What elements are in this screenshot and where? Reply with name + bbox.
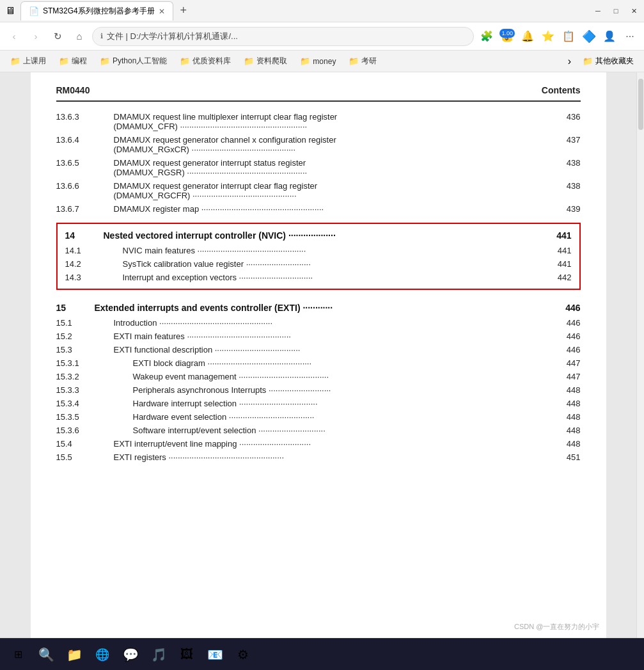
wallet-icon[interactable]: 💰 1.00 [498, 28, 516, 45]
toc-page-1534: 448 [558, 399, 581, 408]
toc-entry-141: 14.1 NVIC main features ················… [65, 246, 572, 255]
toc-num-1531: 15.3.1 [56, 358, 133, 368]
taskbar-files[interactable]: 📁 [61, 642, 87, 667]
bookmark-shangkeyong[interactable]: 📁 上课用 [5, 53, 51, 69]
toc-page-1533: 448 [558, 385, 581, 395]
toc-page-143: 442 [549, 273, 572, 282]
more-options-icon[interactable]: ··· [621, 28, 639, 45]
taskbar-music[interactable]: 🎵 [146, 642, 171, 667]
address-text: 文件 | D:/大学/计算机/计算机通课/... [107, 31, 238, 42]
back-button[interactable]: ‹ [5, 28, 23, 45]
toc-page-153: 446 [558, 345, 581, 355]
bookmark-python[interactable]: 📁 Python人工智能 [95, 53, 172, 69]
bookmark-folder-icon-5: 📁 [244, 56, 254, 66]
other-bookmarks[interactable]: 📁 其他收藏夹 [577, 53, 639, 69]
wallet-badge: 1.00 [499, 29, 515, 38]
toc-text-1534: Hardware interrupt selection ···········… [133, 399, 558, 408]
toc-entry-151: 15.1 Introduction ······················… [56, 318, 581, 328]
bookmark-label: 上课用 [23, 56, 46, 67]
toolbar-icons-group: 🧩 💰 1.00 🔔 ⭐ 📋 🔷 👤 ··· [478, 28, 639, 45]
taskbar-photo[interactable]: 🖼 [174, 642, 200, 667]
toc-text-1535: Hardware event selection ···············… [133, 412, 558, 422]
tab-title: STM32G4系列微控制器参考手册 [43, 6, 155, 17]
collections-icon[interactable]: 📋 [560, 28, 577, 45]
toc-page-1366: 438 [558, 181, 581, 191]
bookmark-youzhiziliao[interactable]: 📁 优质资料库 [175, 53, 236, 69]
toc-entry-1535: 15.3.5 Hardware event selection ········… [56, 412, 581, 422]
contents-title: Contents [542, 85, 581, 95]
notifications-icon[interactable]: 🔔 [519, 28, 537, 45]
toc-entry-142: 14.2 SysTick calibration value register … [65, 259, 572, 269]
tab-close-icon[interactable]: ✕ [159, 7, 165, 16]
toc-page-141: 441 [549, 246, 572, 255]
bookmark-biancheng[interactable]: 📁 编程 [54, 53, 92, 69]
bookmark-folder-icon-3: 📁 [100, 56, 110, 66]
toc-num-1363: 13.6.3 [56, 112, 114, 122]
edge-icon[interactable]: 🔷 [580, 28, 598, 45]
taskbar-chat[interactable]: 💬 [118, 642, 143, 667]
toc-text-1363: DMAMUX request line multiplexer interrup… [114, 112, 558, 131]
refresh-button[interactable]: ↻ [49, 28, 67, 45]
tab-bar: 📄 STM32G4系列微控制器参考手册 ✕ + [20, 1, 588, 20]
toc-entry-154: 15.4 EXTI interrupt/event line mapping ·… [56, 439, 581, 449]
bookmark-label-5: 资料爬取 [256, 56, 287, 67]
toc-num-153: 15.3 [56, 345, 114, 355]
toc-page-1367: 439 [558, 204, 581, 214]
bookmark-label-4: 优质资料库 [192, 56, 231, 67]
highlighted-section-14: 14 Nested vectored interrupt controller … [56, 223, 581, 290]
bookmark-folder-icon: 📁 [10, 56, 20, 66]
bookmark-ziliaopaqun[interactable]: 📁 资料爬取 [239, 53, 292, 69]
bookmarks-bar: 📁 上课用 📁 编程 📁 Python人工智能 📁 优质资料库 📁 资料爬取 📁… [0, 51, 644, 72]
taskbar-start[interactable]: ⊞ [5, 642, 31, 667]
extensions-icon[interactable]: 🧩 [478, 28, 496, 45]
toc-entry-1364: 13.6.4 DMAMUX request generator channel … [56, 135, 581, 154]
scrollbar-thumb[interactable] [638, 79, 643, 130]
bookmark-money[interactable]: 📁 money [295, 54, 341, 68]
forward-button[interactable]: › [27, 28, 45, 45]
toc-main-page-14: 441 [549, 230, 572, 241]
toc-text-1536: Software interrupt/event selection ·····… [133, 426, 558, 435]
maximize-button[interactable]: □ [611, 6, 621, 16]
toc-page-142: 441 [549, 259, 572, 269]
address-input[interactable]: ℹ 文件 | D:/大学/计算机/计算机通课/... [92, 27, 474, 46]
active-tab[interactable]: 📄 STM32G4系列微控制器参考手册 ✕ [20, 1, 173, 20]
profile-icon[interactable]: 👤 [601, 28, 618, 45]
toc-page-154: 448 [558, 439, 581, 449]
taskbar-browser[interactable]: 🌐 [90, 642, 115, 667]
toc-num-155: 15.5 [56, 452, 114, 462]
pdf-viewer: RM0440 Contents 13.6.3 DMAMUX request li… [0, 72, 644, 638]
toc-text-1365: DMAMUX request generator interrupt statu… [114, 158, 558, 177]
toc-main-text-15: Extended interrupts and events controlle… [95, 303, 558, 313]
new-tab-button[interactable]: + [175, 1, 192, 19]
toc-main-num-15: 15 [56, 303, 95, 313]
toc-page-1536: 448 [558, 426, 581, 435]
taskbar-settings[interactable]: ⚙ [230, 642, 256, 667]
bookmark-label-2: 编程 [72, 56, 87, 67]
taskbar-email[interactable]: 📧 [202, 642, 228, 667]
address-bar: ‹ › ↻ ⌂ ℹ 文件 | D:/大学/计算机/计算机通课/... 🧩 💰 1… [0, 22, 644, 51]
minimize-button[interactable]: ─ [593, 6, 603, 16]
taskbar-search[interactable]: 🔍 [33, 642, 59, 667]
bookmark-folder-icon-6: 📁 [300, 56, 310, 66]
toc-text-1364: DMAMUX request generator channel x confi… [114, 135, 558, 154]
toc-num-1536: 15.3.6 [56, 426, 133, 435]
toc-num-1365: 13.6.5 [56, 158, 114, 168]
bookmark-kaoyan[interactable]: 📁 考研 [343, 53, 382, 69]
home-button[interactable]: ⌂ [70, 28, 88, 45]
toc-text-1531: EXTI block diagram ·····················… [133, 358, 558, 368]
toc-text-154: EXTI interrupt/event line mapping ······… [114, 439, 558, 449]
favorites-icon[interactable]: ⭐ [539, 28, 557, 45]
toc-page-151: 446 [558, 318, 581, 328]
toc-text-142: SysTick calibration value register ·····… [123, 259, 549, 269]
pdf-content: RM0440 Contents 13.6.3 DMAMUX request li… [31, 72, 606, 638]
bookmarks-more-button[interactable]: › [564, 54, 575, 68]
close-button[interactable]: ✕ [629, 6, 639, 16]
bookmark-folder-icon-2: 📁 [59, 56, 69, 66]
bookmark-label-3: Python人工智能 [113, 56, 167, 67]
bookmark-label-7: 考研 [361, 56, 377, 67]
toc-entry-143: 14.3 Interrupt and exception vectors ···… [65, 273, 572, 282]
scrollbar[interactable] [636, 72, 644, 638]
toc-page-1364: 437 [558, 135, 581, 145]
toc-num-152: 15.2 [56, 331, 114, 341]
toc-page-1363: 436 [558, 112, 581, 122]
